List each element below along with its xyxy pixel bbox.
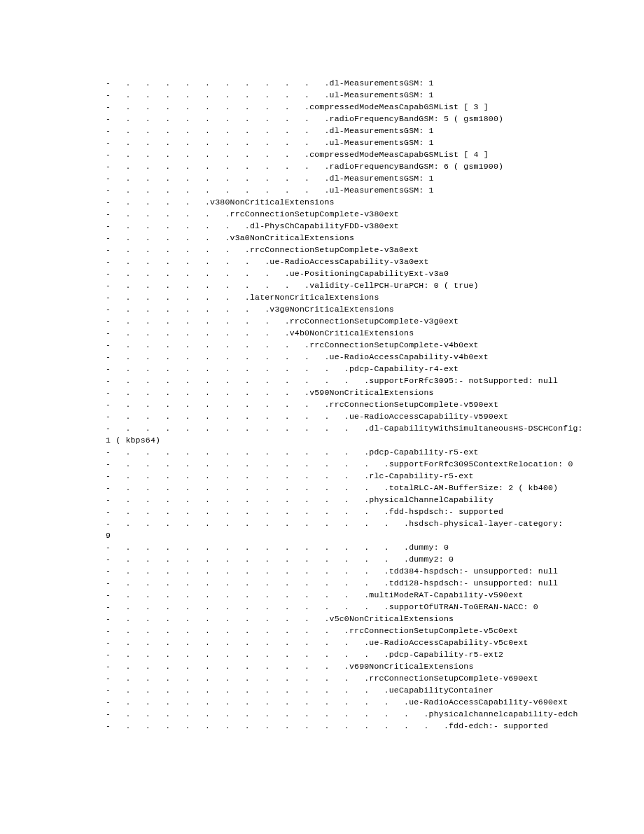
protocol-trace: - . . . . . . . . . . .dl-MeasurementsGS…	[0, 0, 644, 760]
